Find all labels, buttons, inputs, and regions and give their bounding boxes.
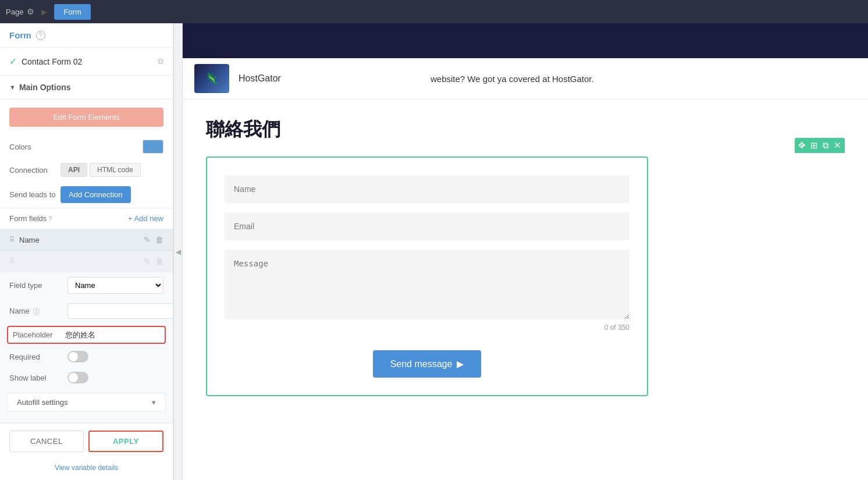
form-email-input[interactable] xyxy=(225,212,629,240)
form-fields-help-icon: ? xyxy=(48,215,52,222)
field-type-select[interactable]: Name xyxy=(67,277,163,294)
view-variable-details-link[interactable]: View variable details xyxy=(0,459,173,477)
connection-row: Connection API HTML code xyxy=(0,158,173,182)
field-type-row: Field type Name xyxy=(0,272,173,298)
name-field-label: Name i xyxy=(9,307,62,315)
collapse-handle[interactable]: ◀ xyxy=(173,23,183,480)
contact-section: 聯絡我們 ✥ ⊞ ⧉ ✕ xyxy=(183,99,868,414)
form-fields-label: Form fields xyxy=(9,214,47,223)
collapse-icon: ◀ xyxy=(176,248,181,256)
gear-icon[interactable]: ⚙ xyxy=(27,7,34,16)
autofill-chevron-icon: ▾ xyxy=(152,398,156,407)
name-field-row: ⠿ Name ✎ 🗑 xyxy=(0,229,173,251)
field-type-label: Field type xyxy=(9,281,62,290)
name-help-icon: i xyxy=(33,308,39,315)
name-label-text: Name xyxy=(9,307,30,315)
sidebar: Form ? ✓ Contact Form 02 ⧉ ▼ Main Option… xyxy=(0,23,173,480)
field-edit-panel: Field type Name Name i Placeholder xyxy=(0,272,173,423)
form-name: Contact Form 02 xyxy=(22,57,153,66)
hostgator-logo: 🦎 xyxy=(194,64,229,93)
send-arrow-icon: ▶ xyxy=(457,358,464,369)
hostgator-desc: website? We got ya covered at HostGator. xyxy=(419,58,868,99)
edit-form-elements-wrapper: Edit Form Elements xyxy=(0,99,173,135)
edit-form-elements-button[interactable]: Edit Form Elements xyxy=(9,108,163,127)
char-count: 0 of 350 xyxy=(225,323,629,332)
html-code-button[interactable]: HTML code xyxy=(90,163,141,177)
placeholder-row: Placeholder xyxy=(7,326,166,344)
edit-field-icon[interactable]: ✎ xyxy=(144,235,151,244)
external-link-icon[interactable]: ⧉ xyxy=(158,56,163,66)
connection-toggle-group: API HTML code xyxy=(61,163,141,177)
placeholder-input[interactable] xyxy=(65,330,163,339)
send-message-label: Send message xyxy=(390,359,453,369)
help-icon: ? xyxy=(36,31,45,40)
colors-label: Colors xyxy=(9,143,56,151)
hostgator-section: 🦎 HostGator website? We got ya covered a… xyxy=(183,58,868,99)
form-name-input[interactable] xyxy=(225,175,629,203)
delete-field-icon[interactable]: 🗑 xyxy=(155,235,163,244)
form-card: 0 of 350 Send message ▶ xyxy=(206,157,648,396)
send-leads-row: Send leads to Add Connection xyxy=(0,182,173,208)
autofill-settings-row[interactable]: Autofill settings ▾ xyxy=(7,393,166,412)
send-leads-label: Send leads to xyxy=(9,190,56,199)
contact-title: 聯絡我們 xyxy=(206,117,845,143)
field-name-edit-row: Name i xyxy=(0,298,173,323)
apply-button[interactable]: APPLY xyxy=(88,431,164,452)
hostgator-emoji-icon: 🦎 xyxy=(205,72,218,85)
form-card-actions: ✥ ⊞ ⧉ ✕ xyxy=(795,138,845,153)
action-buttons: CANCEL APPLY xyxy=(0,423,173,459)
drag-handle-icon-2[interactable]: ⠿ xyxy=(9,257,15,265)
api-button[interactable]: API xyxy=(61,163,87,177)
form-move-icon[interactable]: ✥ xyxy=(798,140,806,151)
edit-field-icon-2[interactable]: ✎ xyxy=(144,257,151,266)
show-label-label: Show label xyxy=(9,374,62,382)
form-copy-icon[interactable]: ⧉ xyxy=(823,140,829,151)
main-options-label: Main Options xyxy=(19,83,71,92)
collapse-arrow-icon: ▼ xyxy=(9,84,16,91)
hostgator-row: 🦎 HostGator xyxy=(183,58,419,99)
add-connection-button[interactable]: Add Connection xyxy=(61,186,131,203)
required-toggle[interactable] xyxy=(67,351,88,362)
form-message-textarea[interactable] xyxy=(225,250,629,319)
required-label: Required xyxy=(9,353,62,361)
form-name-field xyxy=(225,175,629,203)
main-layout: Form ? ✓ Contact Form 02 ⧉ ▼ Main Option… xyxy=(0,23,868,480)
color-swatch[interactable] xyxy=(143,140,163,154)
field-name-label: Name xyxy=(19,236,139,244)
sidebar-header: Form ? xyxy=(0,23,173,48)
main-content: 🦎 HostGator website? We got ya covered a… xyxy=(183,23,868,480)
delete-field-icon-2[interactable]: 🗑 xyxy=(155,257,163,266)
form-fields-row: Form fields ? + Add new xyxy=(0,208,173,229)
form-name-row: ✓ Contact Form 02 ⧉ xyxy=(0,48,173,76)
hostgator-name: HostGator xyxy=(239,73,281,84)
second-field-row: ⠿ ✎ 🗑 xyxy=(0,251,173,272)
main-options-header[interactable]: ▼ Main Options xyxy=(0,76,173,99)
page-tab[interactable]: Page ⚙ xyxy=(6,7,34,16)
send-message-button[interactable]: Send message ▶ xyxy=(373,350,482,378)
drag-handle-icon[interactable]: ⠿ xyxy=(9,236,15,244)
name-input-field[interactable] xyxy=(67,303,173,319)
send-btn-wrapper: Send message ▶ xyxy=(225,341,629,378)
form-card-wrapper: ✥ ⊞ ⧉ ✕ 0 xyxy=(206,157,845,396)
show-label-row: Show label xyxy=(0,367,173,388)
check-icon: ✓ xyxy=(9,56,17,67)
action-buttons-wrapper: CANCEL APPLY 2 ◀ xyxy=(0,423,173,459)
form-delete-icon[interactable]: ✕ xyxy=(834,140,841,151)
form-tab[interactable]: Form xyxy=(54,4,90,20)
dark-banner xyxy=(183,23,868,58)
add-new-field-button[interactable]: + Add new xyxy=(128,214,163,223)
page-tab-label: Page xyxy=(6,8,23,16)
top-bar: Page ⚙ ▶ Form xyxy=(0,0,868,23)
placeholder-label: Placeholder xyxy=(13,330,65,339)
form-resize-icon[interactable]: ⊞ xyxy=(810,140,818,151)
show-label-toggle[interactable] xyxy=(67,372,88,383)
form-email-field xyxy=(225,212,629,240)
autofill-label: Autofill settings xyxy=(17,398,152,407)
required-row: Required xyxy=(0,346,173,367)
placeholder-annotation-wrapper: Placeholder 1 ◀ xyxy=(0,326,173,344)
sidebar-title: Form xyxy=(9,30,31,40)
connection-label: Connection xyxy=(9,166,56,175)
form-message-field: 0 of 350 xyxy=(225,250,629,332)
cancel-button[interactable]: CANCEL xyxy=(9,431,84,452)
colors-row: Colors xyxy=(0,135,173,158)
